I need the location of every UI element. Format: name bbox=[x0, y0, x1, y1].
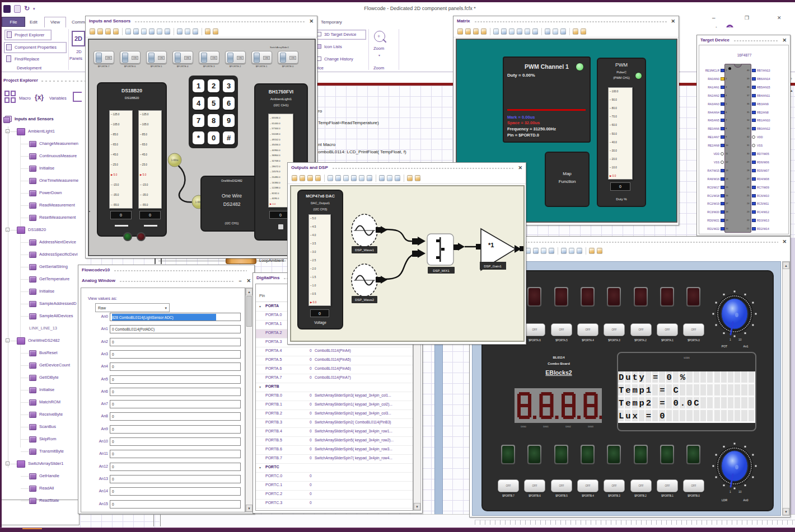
svg-text:DSP_Gain1: DSP_Gain1 bbox=[484, 265, 502, 268]
svg-text:1: 1 bbox=[729, 338, 731, 341]
svg-text:DSP_Wave2: DSP_Wave2 bbox=[355, 298, 375, 302]
svg-text:1-Wire: 1-Wire bbox=[171, 159, 179, 162]
svg-text:*1: *1 bbox=[488, 242, 494, 248]
svg-text:10: 10 bbox=[738, 490, 742, 493]
svg-text:DSP_Wave1: DSP_Wave1 bbox=[355, 248, 375, 252]
svg-text:10: 10 bbox=[738, 338, 742, 341]
svg-text:1: 1 bbox=[729, 490, 731, 493]
svg-text:DSP_MIX1: DSP_MIX1 bbox=[433, 269, 450, 272]
